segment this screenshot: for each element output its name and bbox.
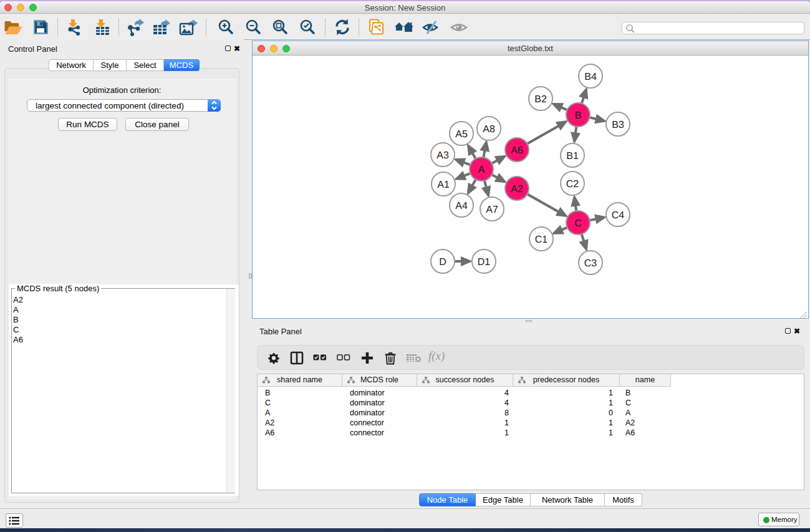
svg-text:A3: A3: [436, 150, 449, 161]
svg-text:C: C: [574, 218, 582, 229]
svg-text:C3: C3: [584, 258, 597, 269]
svg-text:A2: A2: [511, 184, 523, 195]
svg-text:B3: B3: [612, 120, 624, 130]
svg-text:D: D: [439, 257, 446, 268]
svg-text:A5: A5: [455, 129, 468, 140]
svg-text:D1: D1: [478, 257, 491, 268]
svg-text:A: A: [478, 165, 485, 175]
svg-text:B4: B4: [584, 72, 597, 82]
svg-text:C4: C4: [612, 210, 625, 221]
svg-text:B1: B1: [566, 151, 579, 162]
svg-text:B: B: [575, 110, 582, 121]
svg-text:C1: C1: [535, 235, 548, 245]
svg-text:A6: A6: [511, 145, 523, 156]
svg-text:A7: A7: [486, 205, 498, 215]
svg-text:A4: A4: [455, 201, 468, 211]
svg-text:C2: C2: [566, 179, 579, 190]
svg-text:A1: A1: [437, 180, 450, 190]
svg-text:A8: A8: [483, 124, 495, 135]
svg-text:B2: B2: [534, 94, 547, 105]
